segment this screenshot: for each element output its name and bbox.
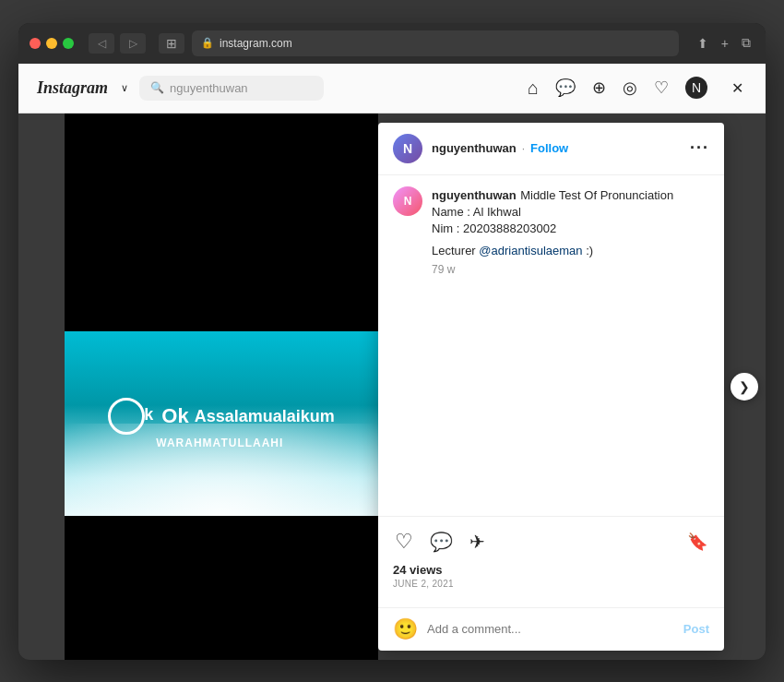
action-icons-row: ♡ 💬 ✈ 🔖 <box>393 528 709 556</box>
tab-bar-area: ⊞ <box>159 33 184 54</box>
post-modal: N nguyenthuwan · Follow ··· N nguyenthuw… <box>378 123 724 651</box>
url-text: instagram.com <box>220 37 292 50</box>
ok-circle-logo <box>108 398 145 435</box>
bookmark-icon: 🔖 <box>687 532 707 552</box>
modal-body: N nguyenthuwan Middle Test Of Pronunciat… <box>378 175 724 516</box>
lock-icon: 🔒 <box>201 37 214 49</box>
minimize-traffic-light[interactable] <box>46 38 57 49</box>
home-icon[interactable]: ⌂ <box>528 78 539 99</box>
post-username[interactable]: nguyenthuwan <box>432 141 517 155</box>
views-count: 24 views <box>393 563 709 577</box>
post-comment-button[interactable]: Post <box>683 622 709 636</box>
bookmark-button[interactable]: 🔖 <box>685 530 709 554</box>
post-date: June 2, 2021 <box>393 579 709 589</box>
close-traffic-light[interactable] <box>30 38 41 49</box>
address-bar[interactable]: 🔒 instagram.com <box>192 30 679 56</box>
media-bottom-black <box>65 516 378 659</box>
tab-grid-icon[interactable]: ⊞ <box>159 33 184 54</box>
comment-nim: Nim : 20203888203002 <box>432 221 709 237</box>
modal-header: N nguyenthuwan · Follow ··· <box>378 123 724 175</box>
share-button[interactable]: ⬆ <box>694 34 712 53</box>
modal-actions: ♡ 💬 ✈ 🔖 24 views June 2, 2021 <box>378 516 724 607</box>
like-icon: ♡ <box>395 530 413 554</box>
comment-icon: 💬 <box>430 531 453 553</box>
browser-actions: ⬆ + ⧉ <box>694 33 754 53</box>
windows-button[interactable]: ⧉ <box>738 33 754 53</box>
browser-window: ◁ ▷ ⊞ 🔒 instagram.com ⬆ + ⧉ Instagram ∨ … <box>18 23 766 660</box>
comment-avatar: N <box>393 186 422 216</box>
search-icon: 🔍 <box>150 81 164 94</box>
dot-separator: · <box>522 142 525 155</box>
comment-time: 79 w <box>432 263 709 276</box>
back-button[interactable]: ◁ <box>89 33 114 54</box>
instagram-bar: Instagram ∨ 🔍 nguyenthuwan ⌂ 💬 ⊕ ◎ ♡ N ✕ <box>18 64 766 114</box>
user-info: nguyenthuwan · Follow <box>432 141 690 155</box>
list-item: N nguyenthuwan Middle Test Of Pronunciat… <box>393 186 709 277</box>
profile-icon[interactable]: N <box>685 77 707 99</box>
share-post-button[interactable]: ✈ <box>468 529 487 555</box>
lecturer-prefix: Lecturer <box>432 244 479 257</box>
next-button[interactable]: ❯ <box>731 373 758 401</box>
follow-button[interactable]: Follow <box>530 141 568 155</box>
search-text: nguyenthuwan <box>170 81 248 95</box>
user-avatar: N <box>393 134 422 163</box>
emoji-icon: 🙂 <box>393 617 418 640</box>
emoji-button[interactable]: 🙂 <box>393 617 418 641</box>
search-bar[interactable]: 🔍 nguyenthuwan <box>139 76 324 101</box>
comment-body: Name : Al Ikhwal Nim : 20203888203002 Le… <box>432 204 709 260</box>
messages-icon[interactable]: 💬 <box>555 78 576 98</box>
comment-input-area: 🙂 Post <box>378 607 724 651</box>
browser-titlebar: ◁ ▷ ⊞ 🔒 instagram.com ⬆ + ⧉ <box>18 23 766 64</box>
comment-input[interactable] <box>427 622 674 636</box>
media-text-overlay: Ok Assalamualaikum WARAHMATULLAAHI <box>80 398 362 449</box>
warahmat-text: WARAHMATULLAAHI <box>156 437 334 449</box>
instagram-logo[interactable]: Instagram <box>37 78 108 98</box>
traffic-lights <box>30 38 74 49</box>
assalamu-text-inline: Assalamualaikum <box>195 407 335 426</box>
maximize-traffic-light[interactable] <box>63 38 74 49</box>
likes-icon[interactable]: ♡ <box>654 78 669 98</box>
comment-button[interactable]: 💬 <box>428 529 455 555</box>
share-icon: ✈ <box>469 531 485 553</box>
like-button[interactable]: ♡ <box>393 528 415 556</box>
instagram-nav-icons: ⌂ 💬 ⊕ ◎ ♡ N <box>528 77 707 99</box>
comment-lecturer: Lecturer @adriantisulaeman :) <box>432 243 709 259</box>
comment-username[interactable]: nguyenthuwan <box>432 188 517 202</box>
lecturer-mention[interactable]: @adriantisulaeman <box>479 244 582 257</box>
close-icon[interactable]: ✕ <box>728 78 747 99</box>
forward-button[interactable]: ▷ <box>120 33 146 54</box>
media-top-black <box>65 114 378 332</box>
new-tab-button[interactable]: + <box>718 34 732 53</box>
post-media: Ok Assalamualaikum WARAHMATULLAAHI <box>65 114 378 660</box>
lecturer-suffix: :) <box>583 244 594 257</box>
comment-name: Name : Al Ikhwal <box>432 204 709 221</box>
create-icon[interactable]: ⊕ <box>592 78 606 98</box>
explore-icon[interactable]: ◎ <box>623 78 637 98</box>
logo-caret: ∨ <box>121 82 128 94</box>
main-content: Ok Assalamualaikum WARAHMATULLAAHI ❯ N <box>18 114 766 660</box>
comment-content: nguyenthuwan Middle Test Of Pronunciatio… <box>432 186 709 277</box>
ok-text: Ok <box>161 404 188 428</box>
comment-title: Middle Test Of Pronunciation <box>520 188 673 202</box>
media-image: Ok Assalamualaikum WARAHMATULLAAHI <box>65 331 378 516</box>
more-options-button[interactable]: ··· <box>690 138 709 158</box>
browser-controls: ◁ ▷ <box>89 33 146 54</box>
avatar-image: N <box>393 134 422 163</box>
